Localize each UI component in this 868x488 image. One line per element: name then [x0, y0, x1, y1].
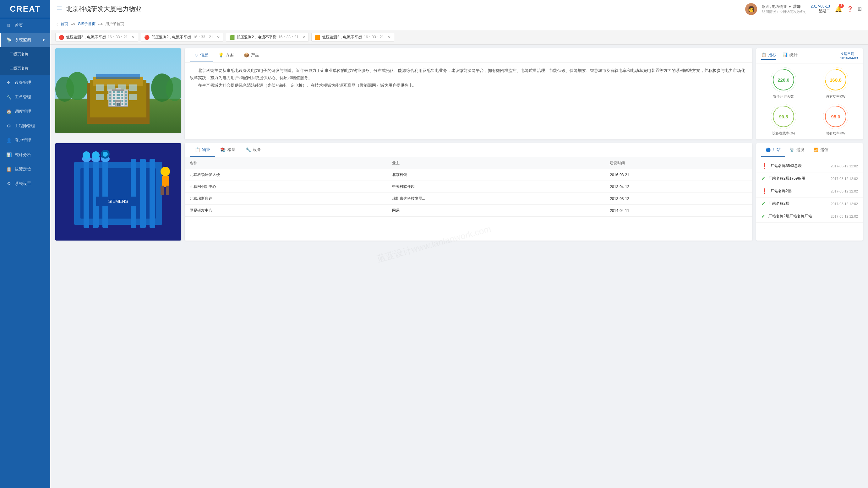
station-name: 厂站名称2层 [771, 188, 828, 194]
device-tab-icon: 🔧 [246, 147, 251, 152]
cell-date: 2013-08-12 [605, 193, 752, 205]
cell-name: 北京科锐研发大楼 [185, 169, 387, 181]
chevron-down-icon: ▼ [42, 38, 45, 42]
list-item[interactable]: ✔ 厂站名称2层厂站名称厂站... 2017-08-12 12:02 [756, 210, 863, 223]
tab-plan[interactable]: 💡 方案 [213, 48, 239, 62]
col-date: 建设时间 [605, 157, 752, 169]
tab-floor[interactable]: 📚 楼层 [215, 143, 241, 157]
alert-close-1[interactable]: ✕ [217, 35, 220, 39]
station-time: 2017-08-12 12:02 [831, 215, 858, 218]
alert-close-3[interactable]: ✕ [388, 35, 391, 39]
cell-name: 北京瑞斯康达 [185, 193, 387, 205]
station-name: 厂站名称2层厂站名称厂站... [768, 214, 828, 219]
breadcrumb: ‹ 首页 --> GIS子首页 --> 用户子首页 [50, 18, 868, 30]
sidebar-item-engineer[interactable]: ⚙ 工程师管理 [0, 119, 50, 133]
table-row[interactable]: 北京瑞斯康达 瑞斯康达科技发展... 2013-08-12 [185, 193, 752, 205]
tab-product[interactable]: 📦 产品 [239, 48, 264, 62]
metric-label-total-power2: 总有功率KW [826, 131, 845, 136]
ok-icon: ✔ [761, 213, 765, 219]
alert-label-2: 低压监测2，电流不平衡 [237, 35, 276, 40]
metrics-tab-indicator[interactable]: 📋 指标 [761, 52, 776, 60]
metrics-header: 📋 指标 📊 统计 投运日期 2016-04-03 [756, 48, 863, 63]
sidebar-item-workorder[interactable]: 🔧 工单管理 [0, 90, 50, 104]
breadcrumb-back[interactable]: ‹ [57, 22, 58, 27]
svg-rect-17 [96, 74, 140, 79]
breadcrumb-home[interactable]: 首页 [61, 21, 68, 27]
sidebar-item-fault[interactable]: 📋 故障定位 [0, 162, 50, 176]
alert-close-2[interactable]: ✕ [302, 35, 305, 39]
building-image [55, 48, 181, 133]
list-item[interactable]: ✔ 厂站名称2层1769备用 2017-08-12 12:02 [756, 172, 863, 185]
customer-icon: 👤 [6, 138, 11, 143]
svg-rect-16 [129, 94, 137, 100]
svg-rect-39 [166, 186, 169, 195]
alert-tab-2[interactable]: 🟩 低压监测2，电流不平衡 16：33：21 ✕ [226, 33, 309, 42]
question-icon[interactable]: ❓ [847, 6, 853, 12]
metric-circle-safe-days: 220.0 [771, 67, 796, 92]
error-icon: ❗ [761, 188, 768, 194]
analytics-icon: 📊 [6, 152, 11, 157]
monitor-icon: 📡 [6, 37, 11, 42]
sidebar-item-dispatch[interactable]: 🏠 调度管理 [0, 104, 50, 119]
col-owner: 业主 [387, 157, 605, 169]
dispatch-icon: 🏠 [6, 109, 11, 114]
tab-info[interactable]: ◇ 信息 [190, 48, 213, 62]
tab-device[interactable]: 🔧 设备 [241, 143, 266, 157]
expand-icon[interactable]: ⊞ [858, 6, 862, 12]
sidebar-item-settings[interactable]: ⚙ 系统设置 [0, 176, 50, 191]
station-tab-telemetry[interactable]: 📡 遥测 [785, 143, 809, 157]
svg-point-31 [92, 151, 100, 159]
sidebar-item-home[interactable]: 🖥 首页 [0, 18, 50, 33]
table-row[interactable]: 网易研发中心 网易 2014-04-11 [185, 205, 752, 217]
tab-property[interactable]: 📋 物业 [190, 143, 215, 157]
sidebar-subitem-2[interactable]: 二级页名称 [0, 61, 50, 75]
home-icon: 🖥 [6, 23, 11, 28]
station-time: 2017-08-12 12:02 [831, 177, 858, 181]
svg-rect-26 [150, 159, 155, 228]
svg-rect-38 [160, 186, 164, 195]
alert-label-1: 低压监测2，电流不平衡 [151, 35, 191, 40]
property-tab-icon: 📋 [195, 147, 200, 152]
indicator-tab-icon: 📋 [761, 53, 766, 57]
alert-tab-1[interactable]: 🔴 低压监测2，电流不平衡 16：33：21 ✕ [141, 33, 224, 42]
table-row[interactable]: 互联网创新中心 中关村软件园 2013-04-12 [185, 181, 752, 193]
metric-item-1: 168.8 总有功率KW [812, 67, 859, 99]
metrics-tab-stats[interactable]: 📊 统计 [782, 52, 798, 60]
alert-tab-3[interactable]: 🟧 低压监测2，电流不平衡 16：33：21 ✕ [311, 33, 394, 42]
metric-item-2: 99.5 设备在线率(%) [760, 104, 807, 136]
alert-icon-green-2: 🟩 [229, 35, 235, 40]
svg-rect-23 [102, 159, 108, 228]
alert-icon-orange-3: 🟧 [315, 35, 320, 40]
sidebar-item-analytics[interactable]: 📊 统计分析 [0, 148, 50, 162]
sidebar-subitem-1[interactable]: 二级页名称 [0, 47, 50, 61]
alert-tab-0[interactable]: 🔴 低压监测2，电流不平衡 16：33：21 ✕ [55, 33, 138, 42]
notification-bell[interactable]: 🔔 5 [835, 6, 842, 12]
logo-text: CREAT [10, 4, 40, 14]
station-tab-plant[interactable]: 🔵 厂站 [761, 143, 785, 157]
list-item[interactable]: ✔ 厂站名称2层 2017-08-12 12:02 [756, 197, 863, 210]
breadcrumb-gis[interactable]: GIS子首页 [78, 21, 96, 27]
sidebar-item-customer[interactable]: 👤 客户管理 [0, 133, 50, 148]
list-item[interactable]: ❗ 厂站名称6543总表 2017-08-12 12:02 [756, 160, 863, 172]
alert-close-0[interactable]: ✕ [132, 35, 135, 39]
svg-rect-21 [84, 159, 89, 228]
sidebar-item-system-monitor[interactable]: 📡 系统监测 ▼ [0, 33, 50, 47]
svg-rect-22 [93, 159, 99, 228]
metric-label-safe-days: 安全运行天数 [773, 94, 794, 99]
sidebar-item-equipment[interactable]: ✈ 设备管理 [0, 75, 50, 90]
list-item[interactable]: ❗ 厂站名称2层 2017-08-12 12:02 [756, 185, 863, 197]
settings-icon: ⚙ [6, 181, 11, 186]
main-content: ◇ 信息 💡 方案 📦 产品 北京科锐主要从事配电设备及电力电子的研发与制造。近 [50, 44, 868, 488]
cell-name: 网易研发中心 [185, 205, 387, 217]
station-tab-remote[interactable]: 📶 遥信 [809, 143, 833, 157]
table-row[interactable]: 北京科锐研发大楼 北京科锐 2016-03-21 [185, 169, 752, 181]
floor-tab-icon: 📚 [220, 147, 225, 152]
alert-icon-red-1: 🔴 [144, 35, 150, 40]
property-tabs: 📋 物业 📚 楼层 🔧 设备 [185, 143, 752, 157]
stats-tab-icon: 📊 [782, 53, 787, 57]
alert-label-0: 低压监测2，电流不平衡 [66, 35, 106, 40]
cell-owner: 瑞斯康达科技发展... [387, 193, 605, 205]
svg-rect-12 [129, 85, 137, 91]
svg-rect-14 [107, 94, 115, 100]
menu-icon[interactable]: ☰ [57, 5, 62, 13]
